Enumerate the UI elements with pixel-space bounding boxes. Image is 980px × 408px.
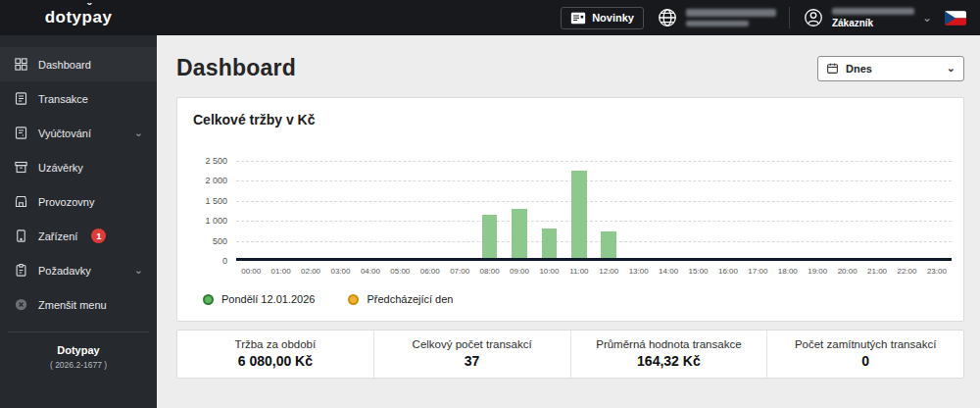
y-tick-label: 500 [213, 236, 227, 246]
date-filter-select[interactable]: Dnes ⌄ [817, 56, 964, 81]
x-tick-label: 13:00 [623, 267, 653, 276]
bar-slot-17:00 [743, 161, 772, 258]
x-tick-label: 12:00 [594, 267, 623, 276]
sidebar-item-label: Zařízení [38, 230, 77, 242]
x-tick-label: 15:00 [683, 267, 712, 276]
x-tick-label: 00:00 [236, 267, 266, 276]
logo-area: dotypayˇ [0, 8, 157, 27]
stat-cell: Celkový počet transakcí37 [373, 331, 570, 378]
collapse-icon [14, 297, 28, 312]
billing-icon [14, 126, 28, 140]
stat-label: Tržba za období [181, 338, 369, 350]
bar[interactable] [601, 231, 616, 258]
y-tick-label: 0 [222, 256, 227, 266]
topbar-divider [789, 7, 790, 28]
bar-slot-16:00 [713, 161, 743, 258]
sidebar-item-pozadavky[interactable]: Požadavky⌄ [0, 253, 157, 287]
bar-slot-20:00 [832, 161, 861, 258]
legend-item: Předcházející den [348, 293, 453, 305]
flag-czech[interactable] [945, 11, 966, 26]
sidebar-item-label: Provozovny [38, 196, 94, 208]
closures-icon [14, 160, 28, 175]
sidebar-item-zmensit-menu[interactable]: Zmenšit menu [0, 287, 157, 322]
legend-item: Pondělí 12.01.2026 [203, 293, 315, 305]
sidebar-item-label: Požadavky [38, 265, 91, 277]
x-tick-label: 17:00 [743, 267, 772, 276]
stat-value: 6 080,00 Kč [181, 353, 369, 369]
x-tick-label: 05:00 [385, 267, 415, 276]
news-label: Novinky [592, 12, 634, 24]
globe-icon [657, 7, 678, 28]
sidebar-item-dashboard[interactable]: Dashboard [0, 47, 157, 81]
stats-bar: Tržba za období6 080,00 KčCelkový počet … [176, 330, 964, 379]
sidebar-item-label: Zmenšit menu [38, 299, 107, 311]
app-window: dotypayˇ Novinky Zákazník [0, 0, 980, 408]
sidebar-divider [8, 332, 149, 332]
bar[interactable] [542, 229, 558, 258]
bar-slot-18:00 [773, 161, 803, 258]
topbar-right: Novinky Zákazník ⌄ [561, 7, 980, 29]
sidebar-item-transakce[interactable]: Transakce [0, 81, 157, 116]
x-tick-label: 03:00 [325, 267, 355, 276]
topbar: dotypayˇ Novinky Zákazník [0, 0, 980, 35]
bar-slot-04:00 [356, 161, 385, 258]
bar-slot-22:00 [892, 161, 921, 258]
legend-dot-icon [348, 294, 359, 305]
requests-icon [14, 263, 28, 278]
sidebar-version: ( 2026.2-1677 ) [0, 360, 157, 370]
calendar-icon [826, 62, 839, 75]
stat-cell: Počet zamítnutých transakcí0 [766, 331, 963, 378]
x-tick-label: 20:00 [832, 267, 861, 276]
bar-slot-19:00 [803, 161, 832, 258]
x-axis-line [236, 258, 952, 261]
sidebar-item-label: Vyúčtování [38, 128, 91, 139]
x-tick-label: 04:00 [356, 267, 385, 276]
sidebar-item-zarizeni[interactable]: Zařízení1 [0, 219, 157, 253]
bar-slot-06:00 [416, 161, 445, 258]
redacted-username [832, 8, 914, 15]
x-tick-label: 10:00 [534, 267, 564, 276]
bar[interactable] [512, 209, 527, 258]
bar-slot-23:00 [922, 161, 952, 258]
bar[interactable] [571, 171, 587, 258]
user-menu[interactable]: Zákazník ⌄ [803, 7, 932, 28]
y-tick-label: 1 500 [205, 196, 227, 206]
y-tick-label: 1 000 [205, 216, 227, 226]
sidebar-item-provozovny[interactable]: Provozovny [0, 184, 157, 219]
revenue-chart-card: Celkové tržby v Kč 05001 0001 5002 0002 … [176, 97, 964, 322]
y-tick-label: 2 000 [205, 176, 227, 185]
stat-cell: Průměrná hodnota transakce164,32 Kč [570, 331, 767, 378]
bar-slot-02:00 [296, 161, 325, 258]
bar-slot-07:00 [445, 161, 474, 258]
x-tick-label: 06:00 [416, 267, 445, 276]
chevron-down-icon: ⌄ [947, 62, 956, 75]
page-title: Dashboard [176, 55, 296, 81]
news-button[interactable]: Novinky [561, 7, 644, 29]
bar-slot-01:00 [266, 161, 295, 258]
sidebar-brand: Dotypay [0, 344, 157, 356]
legend-label: Pondělí 12.01.2026 [221, 293, 315, 305]
sidebar-item-vyuctovani[interactable]: Vyúčtování⌄ [0, 116, 157, 150]
date-filter-value: Dnes [846, 63, 872, 75]
redacted-text [686, 9, 776, 26]
chevron-down-icon: ⌄ [134, 265, 143, 276]
sidebar-item-uzaverky[interactable]: Uzávěrky [0, 150, 157, 184]
stores-icon [14, 194, 28, 209]
dotypay-logo[interactable]: dotypayˇ [45, 8, 113, 27]
sidebar-item-label: Uzávěrky [38, 162, 83, 174]
legend-dot-icon [203, 294, 214, 305]
bar-series [236, 161, 952, 258]
bar-slot-05:00 [385, 161, 415, 258]
language-selector[interactable] [657, 7, 776, 28]
y-tick-label: 2 500 [205, 156, 227, 166]
bar-slot-21:00 [862, 161, 892, 258]
news-icon [570, 12, 586, 25]
x-tick-label: 11:00 [564, 267, 594, 276]
bar[interactable] [482, 215, 498, 258]
sidebar-item-label: Transakce [38, 93, 88, 105]
bar-slot-00:00 [236, 161, 266, 258]
chart-y-axis: 05001 0001 5002 0002 500 [193, 161, 236, 261]
x-tick-label: 09:00 [505, 267, 534, 276]
x-tick-label: 18:00 [773, 267, 803, 276]
bar-slot-08:00 [474, 161, 504, 258]
